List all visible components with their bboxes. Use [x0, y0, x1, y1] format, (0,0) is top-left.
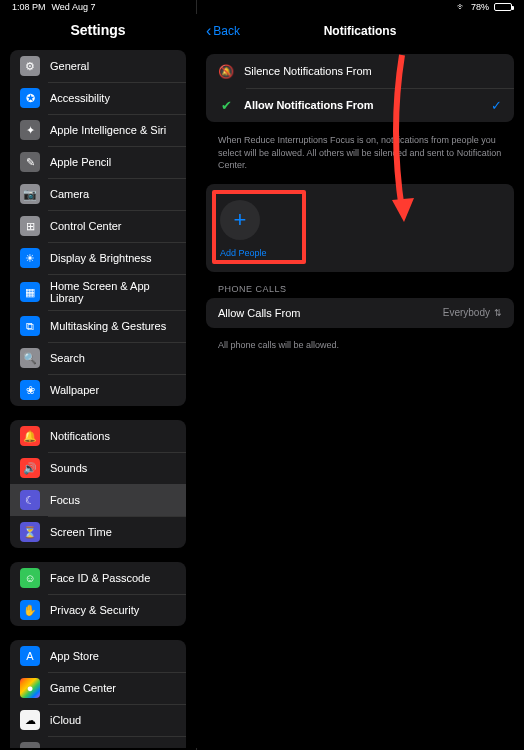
option-row-allow-notifications-from[interactable]: ✔Allow Notifications From✓ [206, 88, 514, 122]
sidebar-item-general[interactable]: ⚙General [10, 50, 186, 82]
sidebar-item-search[interactable]: 🔍Search [10, 342, 186, 374]
privacy-security-icon: ✋ [20, 600, 40, 620]
sidebar-item-apple-pencil[interactable]: ✎Apple Pencil [10, 146, 186, 178]
help-text: When Reduce Interruptions Focus is on, n… [206, 128, 514, 184]
allow-calls-row[interactable]: Allow Calls From Everybody ⇅ [206, 298, 514, 328]
sidebar-item-label: App Store [50, 650, 99, 662]
sidebar-item-notifications[interactable]: 🔔Notifications [10, 420, 186, 452]
sidebar-item-apple-intelligence-siri[interactable]: ✦Apple Intelligence & Siri [10, 114, 186, 146]
notification-options-group: 🔕Silence Notifications From✔Allow Notifi… [206, 54, 514, 122]
sidebar-item-label: Display & Brightness [50, 252, 152, 264]
sidebar-item-label: Game Center [50, 682, 116, 694]
sidebar-item-label: Search [50, 352, 85, 364]
checkmark-icon: ✓ [491, 98, 502, 113]
detail-title: Notifications [196, 24, 524, 38]
sidebar-item-label: Face ID & Passcode [50, 572, 150, 584]
sidebar-item-privacy-security[interactable]: ✋Privacy & Security [10, 594, 186, 626]
sidebar-item-label: Multitasking & Gestures [50, 320, 166, 332]
status-right: ᯤ 78% [457, 2, 512, 12]
sidebar-item-label: Apple Pencil [50, 156, 111, 168]
settings-sidebar: Settings ⚙General✪Accessibility✦Apple In… [0, 14, 196, 748]
game-center-icon: ● [20, 678, 40, 698]
sounds-icon: 🔊 [20, 458, 40, 478]
app-store-icon: A [20, 646, 40, 666]
sidebar-item-app-store[interactable]: AApp Store [10, 640, 186, 672]
apple-pencil-icon: ✎ [20, 152, 40, 172]
multitasking-gestures-icon: ⧉ [20, 316, 40, 336]
option-label: Allow Notifications From [244, 99, 374, 111]
sidebar-item-label: Focus [50, 494, 80, 506]
icloud-icon: ☁ [20, 710, 40, 730]
option-icon: ✔ [218, 97, 234, 113]
sidebar-item-multitasking-gestures[interactable]: ⧉Multitasking & Gestures [10, 310, 186, 342]
sidebar-item-display-brightness[interactable]: ☀Display & Brightness [10, 242, 186, 274]
home-screen-app-library-icon: ▦ [20, 282, 40, 302]
phone-calls-group: Allow Calls From Everybody ⇅ [206, 298, 514, 328]
apple-intelligence-siri-icon: ✦ [20, 120, 40, 140]
screen-time-icon: ⏳ [20, 522, 40, 542]
sidebar-item-label: Privacy & Security [50, 604, 139, 616]
allow-calls-label: Allow Calls From [218, 307, 301, 319]
sidebar-item-sounds[interactable]: 🔊Sounds [10, 452, 186, 484]
sidebar-item-label: Camera [50, 188, 89, 200]
sidebar-title: Settings [10, 14, 186, 50]
calls-note: All phone calls will be allowed. [206, 334, 514, 356]
status-time: 1:08 PM [12, 2, 46, 12]
sidebar-item-label: Screen Time [50, 526, 112, 538]
status-bar: 1:08 PM Wed Aug 7 ᯤ 78% [0, 0, 524, 14]
battery-icon [494, 3, 512, 11]
sidebar-item-home-screen-app-library[interactable]: ▦Home Screen & App Library [10, 274, 186, 310]
detail-header: ‹ Back Notifications [206, 14, 514, 54]
sidebar-item-game-center[interactable]: ●Game Center [10, 672, 186, 704]
sidebar-item-label: Wallpaper [50, 384, 99, 396]
sidebar-item-accessibility[interactable]: ✪Accessibility [10, 82, 186, 114]
allow-calls-value: Everybody ⇅ [443, 307, 502, 318]
sidebar-item-camera[interactable]: 📷Camera [10, 178, 186, 210]
plus-icon: + [234, 207, 247, 233]
status-left: 1:08 PM Wed Aug 7 [12, 2, 95, 12]
sidebar-item-label: iCloud [50, 714, 81, 726]
search-icon: 🔍 [20, 348, 40, 368]
sidebar-item-label: Home Screen & App Library [50, 280, 176, 304]
sidebar-item-control-center[interactable]: ⊞Control Center [10, 210, 186, 242]
add-people-card: + Add People [206, 184, 514, 272]
updown-icon: ⇅ [494, 308, 502, 318]
sidebar-item-wallpaper[interactable]: ❀Wallpaper [10, 374, 186, 406]
back-button[interactable]: ‹ Back [206, 22, 240, 40]
wallet-apple-pay-icon: 💳 [20, 742, 40, 748]
sidebar-item-label: Notifications [50, 430, 110, 442]
focus-icon: ☾ [20, 490, 40, 510]
battery-pct: 78% [471, 2, 489, 12]
control-center-icon: ⊞ [20, 216, 40, 236]
phone-calls-header: PHONE CALLS [206, 272, 514, 298]
sidebar-item-label: Wallet & Apple Pay [50, 746, 143, 748]
display-brightness-icon: ☀ [20, 248, 40, 268]
sidebar-item-label: Control Center [50, 220, 122, 232]
detail-pane: ‹ Back Notifications 🔕Silence Notificati… [196, 14, 524, 748]
add-people-button[interactable]: + [220, 200, 260, 240]
sidebar-item-label: Sounds [50, 462, 87, 474]
chevron-left-icon: ‹ [206, 22, 211, 40]
sidebar-item-label: Apple Intelligence & Siri [50, 124, 166, 136]
option-label: Silence Notifications From [244, 65, 372, 77]
sidebar-item-focus[interactable]: ☾Focus [10, 484, 186, 516]
sidebar-item-icloud[interactable]: ☁iCloud [10, 704, 186, 736]
option-icon: 🔕 [218, 63, 234, 79]
camera-icon: 📷 [20, 184, 40, 204]
general-icon: ⚙ [20, 56, 40, 76]
wallpaper-icon: ❀ [20, 380, 40, 400]
wifi-icon: ᯤ [457, 2, 466, 12]
sidebar-item-label: Accessibility [50, 92, 110, 104]
accessibility-icon: ✪ [20, 88, 40, 108]
sidebar-item-face-id-passcode[interactable]: ☺Face ID & Passcode [10, 562, 186, 594]
status-date: Wed Aug 7 [52, 2, 96, 12]
back-label: Back [213, 24, 240, 38]
sidebar-item-wallet-apple-pay[interactable]: 💳Wallet & Apple Pay [10, 736, 186, 748]
add-people-label: Add People [220, 248, 500, 258]
sidebar-item-screen-time[interactable]: ⏳Screen Time [10, 516, 186, 548]
option-row-silence-notifications-from[interactable]: 🔕Silence Notifications From [206, 54, 514, 88]
face-id-passcode-icon: ☺ [20, 568, 40, 588]
sidebar-item-label: General [50, 60, 89, 72]
notifications-icon: 🔔 [20, 426, 40, 446]
